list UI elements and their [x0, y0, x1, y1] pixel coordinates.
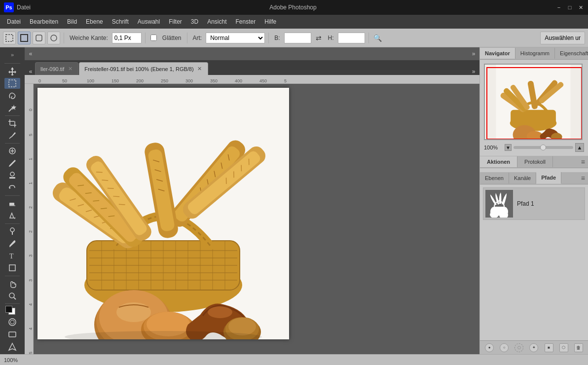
tab-eigenschaften[interactable]: Eigenschaft	[555, 48, 588, 59]
aktionen-tabs: Aktionen Protokoll ≡	[480, 156, 588, 168]
menu-bearbeiten[interactable]: Bearbeiten	[26, 16, 62, 27]
navigator-zoom-slider[interactable]	[514, 146, 573, 149]
tab-aktionen[interactable]: Aktionen	[480, 156, 517, 167]
menu-ebene[interactable]: Ebene	[82, 16, 107, 27]
selection-tool-square[interactable]	[18, 32, 31, 44]
tab-scroll-left[interactable]: «	[27, 50, 35, 57]
menu-hilfe[interactable]: Hilfe	[260, 16, 280, 27]
glaetten-checkbox[interactable]	[150, 35, 157, 41]
close-button[interactable]: ✕	[577, 4, 584, 11]
tab-scroll-right[interactable]: »	[470, 50, 478, 57]
ruler-v-tick-5a: 5	[28, 112, 33, 136]
right-panel: Navigator Histogramm Eigenschaft Korrekt…	[479, 47, 588, 354]
color-swatches[interactable]	[4, 306, 20, 316]
navigator-zoom-row: 100% ▼ ▲	[484, 143, 584, 152]
tab-ebenen[interactable]: Ebenen	[480, 173, 509, 183]
tab-navigator[interactable]: Navigator	[480, 48, 515, 59]
menu-schrift[interactable]: Schrift	[108, 16, 133, 27]
tab-nav-right[interactable]: »	[470, 68, 478, 75]
maximize-button[interactable]: □	[566, 4, 573, 11]
selection-tool-rect[interactable]	[3, 32, 16, 44]
tab-nav-left[interactable]: «	[27, 68, 35, 75]
pen-tool[interactable]	[4, 238, 20, 249]
pfad-1-item[interactable]: Pfad 1	[483, 187, 585, 220]
text-tool[interactable]: T	[4, 250, 20, 261]
menu-filter[interactable]: Filter	[165, 16, 186, 27]
ruler-tick-100: 100	[87, 78, 111, 83]
lasso-tool[interactable]	[4, 90, 20, 101]
menu-datei[interactable]: Datei	[17, 4, 31, 11]
eyedropper-tool[interactable]	[4, 130, 20, 142]
search-icon[interactable]: 🔍	[372, 33, 383, 43]
panel-btn-circle-empty[interactable]: ○	[500, 343, 509, 352]
canvas-with-ruler: 0 5 1 1 2 2 3 3 4 4 5	[25, 84, 479, 354]
h-input[interactable]	[338, 33, 365, 43]
quick-mask-tool[interactable]	[4, 317, 20, 328]
menu-3d[interactable]: 3D	[187, 16, 202, 27]
crop-tool[interactable]	[4, 118, 20, 129]
hand-tool[interactable]	[4, 278, 20, 289]
toolbar-sep-3	[187, 33, 187, 43]
fill-tool[interactable]	[4, 210, 20, 221]
tab-pfade[interactable]: Pfade	[536, 172, 561, 184]
glaetten-label: Glätten	[160, 35, 184, 41]
navigator-zoom-minus[interactable]: ▼	[505, 144, 512, 151]
selection-tool-rounded[interactable]	[33, 32, 45, 44]
ruler-v-tick-2b: 2	[28, 209, 33, 233]
ruler-v-tick-4b: 4	[28, 306, 33, 330]
panel-btn-duplicate[interactable]: ⬡	[559, 343, 568, 352]
minimize-button[interactable]: −	[555, 4, 562, 11]
navigator-zoom-thumb[interactable]	[540, 145, 546, 150]
stamp-tool[interactable]	[4, 170, 20, 182]
panel-btn-square[interactable]: ■	[545, 343, 553, 352]
tool-sep-top	[4, 63, 20, 64]
tab-1[interactable]: ller-090.tif ✕	[35, 62, 78, 75]
tab-protokoll[interactable]: Protokoll	[517, 156, 553, 167]
foreground-color[interactable]	[5, 306, 12, 313]
svg-point-28	[9, 319, 16, 326]
auswahl-button[interactable]: Auswählen ur	[540, 32, 585, 44]
brush-tool[interactable]	[4, 158, 20, 169]
menu-auswahl[interactable]: Auswahl	[134, 16, 164, 27]
ruler-tick-200: 200	[136, 78, 161, 83]
tab-2-close[interactable]: ✕	[197, 66, 203, 72]
history-brush-tool[interactable]	[4, 182, 20, 193]
zoom-tool[interactable]	[4, 290, 20, 301]
swap-icon[interactable]: ⇄	[313, 33, 324, 43]
dodge-tool[interactable]	[4, 225, 20, 237]
menu-datei[interactable]: Datei	[3, 16, 25, 27]
menu-fenster[interactable]: Fenster	[232, 16, 260, 27]
panel-btn-star[interactable]: ✦	[529, 343, 538, 352]
toolbox-expand-icon[interactable]: »	[7, 49, 18, 60]
panel-btn-circle-filled[interactable]: ●	[485, 343, 494, 352]
healing-tool[interactable]	[4, 146, 20, 157]
tab-2[interactable]: Freisteller-091.tif bei 100% (Ebene 1, R…	[79, 62, 208, 75]
tab-kanaele[interactable]: Kanäle	[509, 173, 536, 183]
tab-1-close[interactable]: ✕	[67, 66, 73, 72]
magic-wand-tool[interactable]	[4, 102, 20, 113]
svg-point-100	[208, 306, 232, 318]
screen-mode-tool[interactable]	[4, 328, 20, 340]
tab-histogramm[interactable]: Histogramm	[515, 48, 555, 59]
selection-tool-ellipse[interactable]	[47, 32, 60, 44]
menu-bild[interactable]: Bild	[63, 16, 81, 27]
navigator-zoom-plus[interactable]: ▲	[575, 143, 584, 152]
weiche-kante-input[interactable]	[112, 33, 142, 43]
eraser-tool[interactable]	[4, 198, 20, 209]
panel-btn-delete[interactable]: 🗑	[574, 343, 583, 352]
pen-nib-tool[interactable]	[4, 341, 20, 352]
svg-rect-107	[511, 110, 556, 125]
tool-sep-1	[5, 115, 20, 116]
ruler-v-tick-3a: 3	[28, 233, 33, 257]
canvas-viewport[interactable]	[34, 84, 479, 354]
ruler-tick-350: 350	[210, 78, 235, 83]
layers-menu-icon[interactable]: ≡	[578, 172, 588, 184]
menu-ansicht[interactable]: Ansicht	[203, 16, 230, 27]
marquee-tool[interactable]	[4, 78, 20, 89]
aktionen-menu-icon[interactable]: ≡	[578, 156, 588, 168]
art-select[interactable]: Normal Festes Verhältnis Feste Größe	[206, 33, 265, 43]
shape-tool[interactable]	[4, 262, 20, 274]
b-input[interactable]	[284, 33, 311, 43]
panel-btn-circle-dashed[interactable]: ◌	[514, 343, 523, 352]
move-tool[interactable]	[4, 66, 20, 77]
